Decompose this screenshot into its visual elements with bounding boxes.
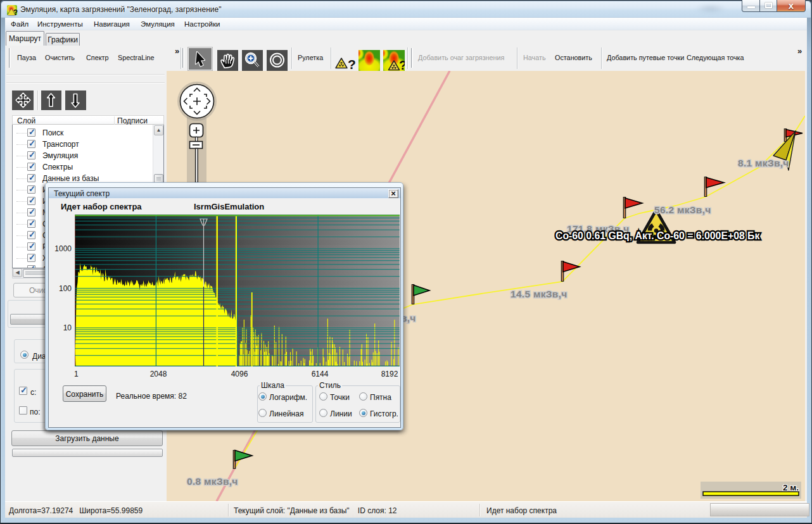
- svg-text:8.1 мкЗв,ч: 8.1 мкЗв,ч: [738, 158, 789, 168]
- svg-text:14.5 мкЗв,ч: 14.5 мкЗв,ч: [511, 289, 568, 299]
- svg-text:2 м.: 2 м.: [783, 483, 799, 492]
- svg-text:Co-60 0.61 GBq, Акт. Co-60 =: Co-60 0.61 GBq, Акт. Co-60 = 6.000E+08 Б…: [555, 230, 759, 241]
- svg-text:56.2 мкЗв,ч: 56.2 мкЗв,ч: [654, 204, 711, 215]
- svg-text:0.8 мкЗв,ч: 0.8 мкЗв,ч: [187, 476, 238, 487]
- svg-text:?: ?: [348, 57, 356, 71]
- svg-text:?: ?: [399, 58, 405, 71]
